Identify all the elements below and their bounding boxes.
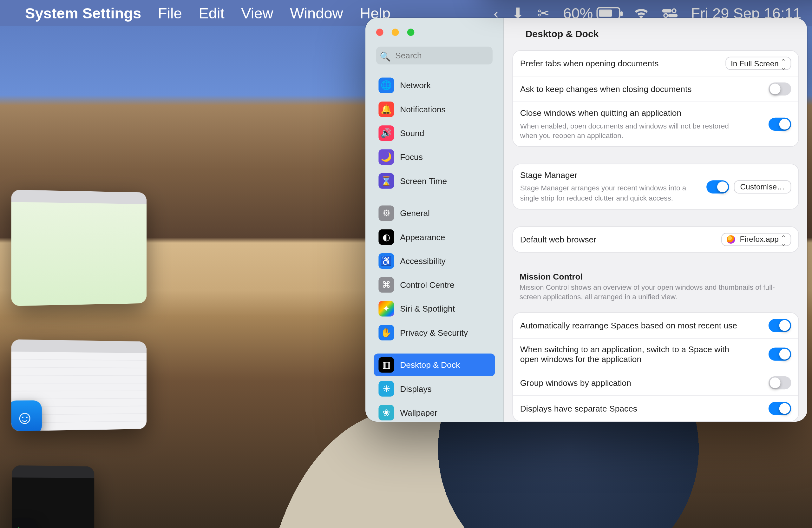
sidebar-item-label: Notifications <box>400 104 446 114</box>
minimize-button[interactable] <box>392 29 399 36</box>
sidebar-item-label: Screen Time <box>400 176 447 186</box>
close-quit-label: Close windows when quitting an applicati… <box>520 108 747 118</box>
stage-manager-customise-button[interactable]: Customise… <box>734 180 792 193</box>
separate-spaces-label: Displays have separate Spaces <box>520 404 637 413</box>
screen-time-icon: ⌛ <box>378 173 394 189</box>
sidebar-item-network[interactable]: 🌐Network <box>374 74 495 97</box>
stage-manager-sub: Stage Manager arranges your recent windo… <box>520 184 694 203</box>
sidebar-item-label: Siri & Spotlight <box>400 304 455 314</box>
window-traffic-lights <box>376 29 414 36</box>
network-icon: 🌐 <box>378 78 394 93</box>
search-icon: 🔍 <box>380 52 391 62</box>
menu-view[interactable]: View <box>241 4 273 22</box>
sidebar-item-label: Appearance <box>400 232 445 242</box>
stage-thumb[interactable]: ☺ <box>11 339 147 431</box>
close-quit-sub: When enabled, open documents and windows… <box>520 121 747 141</box>
sidebar-item-general[interactable]: ⚙General <box>374 202 495 225</box>
wallpaper-icon: ❀ <box>378 405 394 420</box>
focus-icon: 🌙 <box>378 149 394 165</box>
menu-edit[interactable]: Edit <box>199 4 224 22</box>
chevron-updown-icon: ⌃⌄ <box>780 234 786 246</box>
sidebar-item-displays[interactable]: ☀Displays <box>374 377 495 400</box>
chevron-updown-icon: ⌃⌄ <box>780 58 786 70</box>
prefer-tabs-select[interactable]: In Full Screen ⌃⌄ <box>725 57 791 70</box>
menu-window[interactable]: Window <box>290 4 343 22</box>
sidebar-item-appearance[interactable]: ◐Appearance <box>374 226 495 249</box>
svg-rect-0 <box>662 9 672 12</box>
accessibility-icon: ♿ <box>378 253 394 269</box>
mission-control-heading: Mission Control <box>512 269 799 282</box>
sidebar-item-screen-time[interactable]: ⌛Screen Time <box>374 170 495 192</box>
default-browser-label: Default web browser <box>520 234 596 244</box>
sidebar-item-label: General <box>400 209 430 218</box>
sidebar-item-sound[interactable]: 🔊Sound <box>374 122 495 145</box>
switch-space-label: When switching to an application, switch… <box>520 345 747 363</box>
svg-point-3 <box>664 14 667 17</box>
ask-keep-toggle[interactable] <box>769 83 792 96</box>
menu-file[interactable]: File <box>158 4 182 22</box>
notifications-icon: 🔔 <box>378 102 394 117</box>
sidebar-item-label: Desktop & Dock <box>400 360 460 370</box>
sidebar-item-accessibility[interactable]: ♿Accessibility <box>374 250 495 273</box>
switch-space-toggle[interactable] <box>769 348 792 361</box>
group-windows-label: Group windows by application <box>520 378 631 388</box>
sidebar-item-label: Sound <box>400 129 424 138</box>
stage-manager-strip: ☺ $_ <box>12 191 149 528</box>
stage-thumb[interactable]: $_ <box>12 465 95 528</box>
default-browser-select[interactable]: Firefox.app ⌃⌄ <box>721 233 791 246</box>
svg-rect-2 <box>668 14 678 17</box>
settings-sidebar: 🔍 🌐Network🔔Notifications🔊Sound🌙Focus⌛Scr… <box>365 18 504 422</box>
zoom-button[interactable] <box>407 29 415 36</box>
battery-icon <box>597 7 620 19</box>
prefer-tabs-label: Prefer tabs when opening documents <box>520 58 659 68</box>
status-wifi-icon[interactable] <box>634 7 649 19</box>
auto-rearrange-toggle[interactable] <box>769 319 792 332</box>
desktop-dock-icon: ▥ <box>378 357 394 373</box>
sidebar-item-label: Accessibility <box>400 256 446 266</box>
sidebar-item-label: Focus <box>400 152 423 162</box>
finder-icon: ☺ <box>11 400 42 431</box>
sidebar-item-wallpaper[interactable]: ❀Wallpaper <box>374 401 495 422</box>
search-input[interactable] <box>376 47 493 65</box>
close-quit-toggle[interactable] <box>769 118 792 131</box>
privacy-security-icon: ✋ <box>378 325 394 341</box>
sidebar-item-label: Wallpaper <box>400 408 437 417</box>
separate-spaces-toggle[interactable] <box>769 402 792 415</box>
group-windows-toggle[interactable] <box>769 376 792 389</box>
page-title: Desktop & Dock <box>504 18 807 50</box>
appearance-icon: ◐ <box>378 229 394 245</box>
sound-icon: 🔊 <box>378 125 394 141</box>
sidebar-item-control-centre[interactable]: ⌘Control Centre <box>374 273 495 296</box>
settings-content: Desktop & Dock Prefer tabs when opening … <box>504 18 807 422</box>
displays-icon: ☀ <box>378 381 394 397</box>
sidebar-item-desktop-dock[interactable]: ▥Desktop & Dock <box>374 354 495 376</box>
siri-spotlight-icon: ✦ <box>378 301 394 317</box>
terminal-icon: $_ <box>12 518 38 528</box>
sidebar-item-siri-spotlight[interactable]: ✦Siri & Spotlight <box>374 297 495 320</box>
mission-control-sub: Mission Control shows an overview of you… <box>512 282 799 306</box>
settings-window: 🔍 🌐Network🔔Notifications🔊Sound🌙Focus⌛Scr… <box>365 18 807 422</box>
menubar-app-name[interactable]: System Settings <box>25 4 141 22</box>
auto-rearrange-label: Automatically rearrange Spaces based on … <box>520 321 737 330</box>
sidebar-item-label: Network <box>400 81 431 90</box>
general-icon: ⚙ <box>378 205 394 221</box>
stage-thumb[interactable] <box>11 190 147 306</box>
ask-keep-label: Ask to keep changes when closing documen… <box>520 84 692 94</box>
sidebar-item-label: Privacy & Security <box>400 328 468 337</box>
sidebar-item-label: Displays <box>400 384 432 394</box>
close-button[interactable] <box>376 29 383 36</box>
stage-manager-toggle[interactable] <box>706 180 729 193</box>
sidebar-item-notifications[interactable]: 🔔Notifications <box>374 98 495 121</box>
control-centre-icon: ⌘ <box>378 277 394 292</box>
sidebar-item-privacy-security[interactable]: ✋Privacy & Security <box>374 322 495 344</box>
status-control-centre-icon[interactable] <box>662 8 678 18</box>
stage-manager-label: Stage Manager <box>520 170 694 180</box>
sidebar-item-label: Control Centre <box>400 280 454 290</box>
svg-point-1 <box>672 9 676 12</box>
sidebar-list[interactable]: 🌐Network🔔Notifications🔊Sound🌙Focus⌛Scree… <box>365 70 503 422</box>
firefox-icon <box>727 235 735 243</box>
sidebar-item-focus[interactable]: 🌙Focus <box>374 146 495 169</box>
